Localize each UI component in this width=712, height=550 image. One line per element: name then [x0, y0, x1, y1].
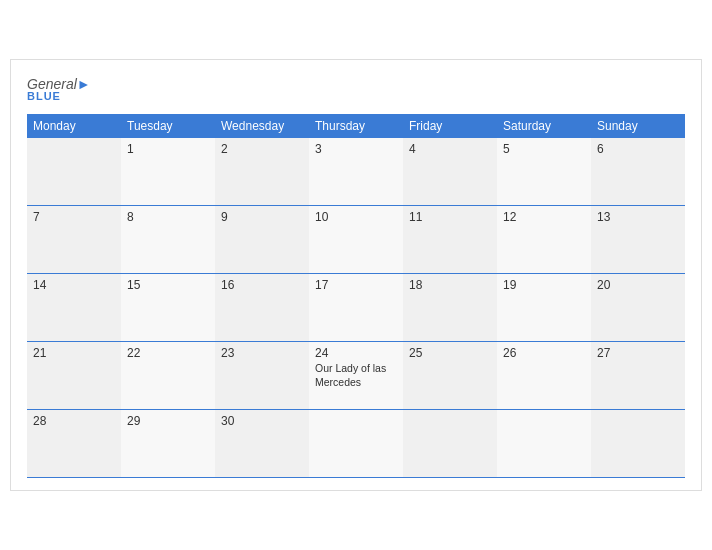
calendar-cell: 6	[591, 138, 685, 206]
day-number: 16	[221, 278, 303, 292]
calendar-cell: 4	[403, 138, 497, 206]
day-number: 19	[503, 278, 585, 292]
calendar-cell: 12	[497, 206, 591, 274]
calendar-cell	[591, 410, 685, 478]
day-number: 29	[127, 414, 209, 428]
day-number: 24	[315, 346, 397, 360]
day-number: 25	[409, 346, 491, 360]
day-number: 9	[221, 210, 303, 224]
days-header-row: MondayTuesdayWednesdayThursdayFridaySatu…	[27, 114, 685, 138]
calendar-cell: 11	[403, 206, 497, 274]
day-header-wednesday: Wednesday	[215, 114, 309, 138]
calendar-cell: 26	[497, 342, 591, 410]
day-number: 30	[221, 414, 303, 428]
day-number: 23	[221, 346, 303, 360]
calendar-cell: 30	[215, 410, 309, 478]
day-number: 1	[127, 142, 209, 156]
day-header-tuesday: Tuesday	[121, 114, 215, 138]
calendar-cell: 22	[121, 342, 215, 410]
calendar-container: General► Blue MondayTuesdayWednesdayThur…	[10, 59, 702, 492]
calendar-cell: 21	[27, 342, 121, 410]
calendar-cell: 8	[121, 206, 215, 274]
day-number: 5	[503, 142, 585, 156]
week-row-3: 14151617181920	[27, 274, 685, 342]
day-number: 14	[33, 278, 115, 292]
calendar-grid: MondayTuesdayWednesdayThursdayFridaySatu…	[27, 114, 685, 479]
day-header-thursday: Thursday	[309, 114, 403, 138]
day-number: 10	[315, 210, 397, 224]
day-number: 26	[503, 346, 585, 360]
calendar-cell: 14	[27, 274, 121, 342]
holiday-name: Our Lady of las Mercedes	[315, 362, 397, 389]
calendar-cell: 15	[121, 274, 215, 342]
calendar-cell: 13	[591, 206, 685, 274]
calendar-cell: 18	[403, 274, 497, 342]
calendar-cell	[27, 138, 121, 206]
calendar-cell: 29	[121, 410, 215, 478]
calendar-cell: 2	[215, 138, 309, 206]
day-number: 18	[409, 278, 491, 292]
calendar-cell	[497, 410, 591, 478]
calendar-cell: 23	[215, 342, 309, 410]
day-number: 3	[315, 142, 397, 156]
calendar-cell: 3	[309, 138, 403, 206]
calendar-cell: 20	[591, 274, 685, 342]
day-header-saturday: Saturday	[497, 114, 591, 138]
week-row-1: 123456	[27, 138, 685, 206]
day-number: 7	[33, 210, 115, 224]
calendar-cell: 19	[497, 274, 591, 342]
day-number: 11	[409, 210, 491, 224]
day-number: 20	[597, 278, 679, 292]
day-number: 22	[127, 346, 209, 360]
day-number: 4	[409, 142, 491, 156]
week-row-5: 282930	[27, 410, 685, 478]
calendar-cell: 25	[403, 342, 497, 410]
calendar-cell: 10	[309, 206, 403, 274]
calendar-cell: 16	[215, 274, 309, 342]
day-header-monday: Monday	[27, 114, 121, 138]
calendar-cell: 27	[591, 342, 685, 410]
calendar-cell	[309, 410, 403, 478]
day-header-sunday: Sunday	[591, 114, 685, 138]
day-number: 17	[315, 278, 397, 292]
day-number: 13	[597, 210, 679, 224]
calendar-cell: 9	[215, 206, 309, 274]
day-number: 6	[597, 142, 679, 156]
calendar-cell	[403, 410, 497, 478]
calendar-cell: 1	[121, 138, 215, 206]
day-number: 28	[33, 414, 115, 428]
day-number: 2	[221, 142, 303, 156]
logo: General► Blue	[27, 76, 91, 102]
calendar-cell: 24Our Lady of las Mercedes	[309, 342, 403, 410]
calendar-cell: 7	[27, 206, 121, 274]
day-number: 27	[597, 346, 679, 360]
calendar-cell: 5	[497, 138, 591, 206]
calendar-header: General► Blue	[27, 76, 685, 102]
day-number: 8	[127, 210, 209, 224]
logo-line2: Blue	[27, 90, 61, 102]
day-header-friday: Friday	[403, 114, 497, 138]
day-number: 21	[33, 346, 115, 360]
day-number: 15	[127, 278, 209, 292]
day-number: 12	[503, 210, 585, 224]
calendar-cell: 17	[309, 274, 403, 342]
week-row-4: 21222324Our Lady of las Mercedes252627	[27, 342, 685, 410]
calendar-cell: 28	[27, 410, 121, 478]
week-row-2: 78910111213	[27, 206, 685, 274]
